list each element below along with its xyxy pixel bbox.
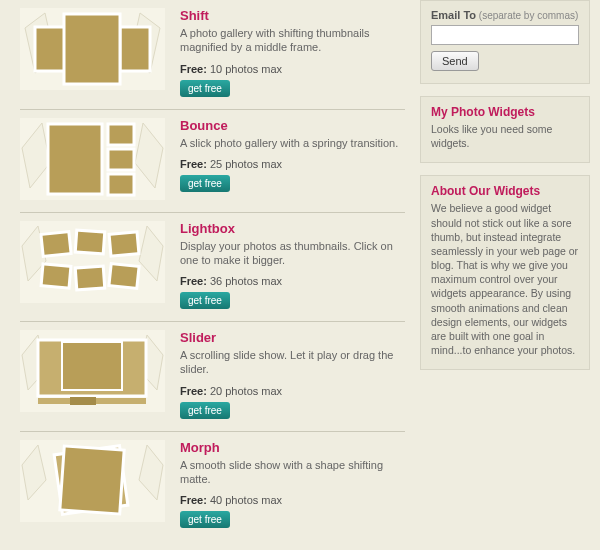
svg-marker-6 xyxy=(135,123,163,188)
widget-thumb-slider xyxy=(20,330,165,412)
email-label: Email To (separate by commas) xyxy=(431,9,579,21)
widget-thumb-lightbox xyxy=(20,221,165,303)
get-free-button[interactable]: get free xyxy=(180,402,230,419)
my-photo-widgets-box: My Photo Widgets Looks like you need som… xyxy=(420,96,590,163)
svg-rect-2 xyxy=(35,27,65,71)
widget-title[interactable]: Slider xyxy=(180,330,405,345)
svg-rect-14 xyxy=(75,230,104,254)
svg-rect-10 xyxy=(108,174,134,195)
svg-rect-22 xyxy=(62,342,122,390)
about-widgets-box: About Our Widgets We believe a good widg… xyxy=(420,175,590,370)
widget-thumb-bounce xyxy=(20,118,165,200)
svg-rect-15 xyxy=(109,231,139,255)
svg-rect-9 xyxy=(108,149,134,170)
svg-rect-8 xyxy=(108,124,134,145)
widget-item-slider: Slider A scrolling slide show. Let it pl… xyxy=(20,322,405,432)
svg-marker-25 xyxy=(22,445,46,500)
about-widgets-title: About Our Widgets xyxy=(431,184,579,198)
send-button[interactable]: Send xyxy=(431,51,479,71)
get-free-button[interactable]: get free xyxy=(180,80,230,97)
widget-desc: A smooth slide show with a shape shiftin… xyxy=(180,458,405,487)
widget-free: Free: 40 photos max xyxy=(180,494,405,506)
widget-title[interactable]: Lightbox xyxy=(180,221,405,236)
widget-desc: A scrolling slide show. Let it play or d… xyxy=(180,348,405,377)
email-input[interactable] xyxy=(431,25,579,45)
svg-rect-13 xyxy=(41,231,71,256)
widget-thumb-shift xyxy=(20,8,165,90)
widget-item-bounce: Bounce A slick photo gallery with a spri… xyxy=(20,110,405,213)
widget-free: Free: 20 photos max xyxy=(180,385,405,397)
widget-desc: A slick photo gallery with a springy tra… xyxy=(180,136,405,150)
widget-desc: Display your photos as thumbnails. Click… xyxy=(180,239,405,268)
svg-rect-16 xyxy=(41,263,71,287)
widget-free: Free: 10 photos max xyxy=(180,63,405,75)
widget-title[interactable]: Morph xyxy=(180,440,405,455)
svg-rect-18 xyxy=(109,263,139,288)
widget-item-morph: Morph A smooth slide show with a shape s… xyxy=(20,432,405,541)
widget-item-shift: Shift A photo gallery with shifting thum… xyxy=(20,0,405,110)
get-free-button[interactable]: get free xyxy=(180,511,230,528)
my-photo-widgets-title: My Photo Widgets xyxy=(431,105,579,119)
svg-rect-17 xyxy=(75,266,104,290)
widget-free: Free: 25 photos max xyxy=(180,158,405,170)
svg-rect-28 xyxy=(60,446,124,514)
widget-free: Free: 36 photos max xyxy=(180,275,405,287)
email-box: Email To (separate by commas) Send xyxy=(420,0,590,84)
my-photo-widgets-text: Looks like you need some widgets. xyxy=(431,122,579,150)
get-free-button[interactable]: get free xyxy=(180,292,230,309)
widget-title[interactable]: Shift xyxy=(180,8,405,23)
svg-marker-5 xyxy=(22,123,50,188)
get-free-button[interactable]: get free xyxy=(180,175,230,192)
svg-rect-3 xyxy=(120,27,150,71)
svg-rect-4 xyxy=(64,14,120,84)
widget-item-lightbox: Lightbox Display your photos as thumbnai… xyxy=(20,213,405,323)
widget-list: Shift A photo gallery with shifting thum… xyxy=(0,0,415,540)
widget-desc: A photo gallery with shifting thumbnails… xyxy=(180,26,405,55)
svg-rect-24 xyxy=(70,397,96,405)
widget-title[interactable]: Bounce xyxy=(180,118,405,133)
sidebar: Email To (separate by commas) Send My Ph… xyxy=(415,0,600,540)
svg-rect-7 xyxy=(48,124,102,194)
about-widgets-text: We believe a good widget should not stic… xyxy=(431,201,579,357)
svg-marker-12 xyxy=(139,226,163,281)
svg-marker-26 xyxy=(139,445,163,500)
widget-thumb-morph xyxy=(20,440,165,522)
